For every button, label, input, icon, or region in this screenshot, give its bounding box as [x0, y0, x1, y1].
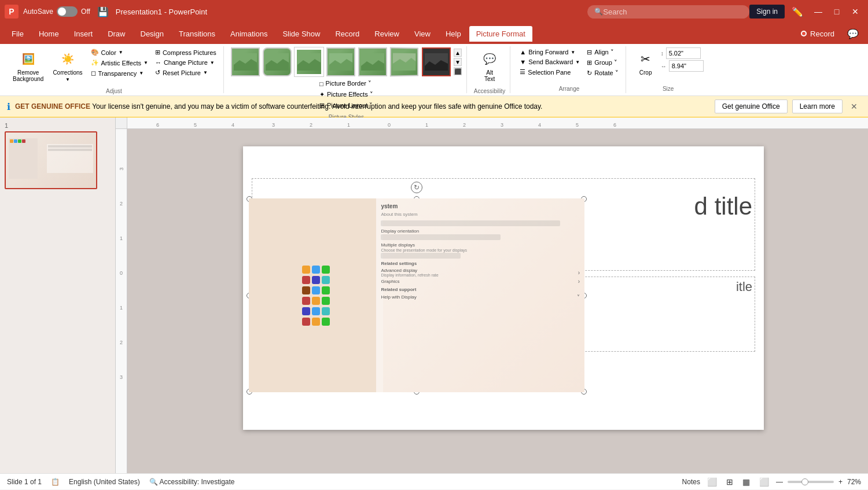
app-icon-green3 [322, 297, 330, 305]
ribbon-group-picture-styles: ▲ ▼ ⬛ □ Picture Border ˅ ✦ Picture Effec… [226, 46, 467, 93]
save-icon[interactable]: 💾 [97, 6, 109, 17]
system-title: ystem [381, 203, 580, 209]
adjust-col2: ⊞ Compress Pictures ↔ Change Picture ▼ ↺… [153, 47, 219, 78]
compress-icon: ⊞ [155, 49, 160, 56]
advanced-display-row: Advanced display Display information, re… [381, 268, 580, 277]
group-icon: ⊞ [587, 59, 592, 67]
comment-icon[interactable]: 💬 [843, 25, 863, 42]
group-button[interactable]: ⊞ Group ˅ [584, 58, 620, 68]
menu-transitions[interactable]: Transitions [172, 26, 222, 42]
transparency-button[interactable]: ◻ Transparency ▼ [89, 68, 150, 78]
alt-text-button[interactable]: 💬 Alt Text [476, 47, 503, 84]
slide-subtitle[interactable]: itle [736, 279, 752, 294]
menu-help[interactable]: Help [439, 26, 468, 42]
pen-icon[interactable]: ✏️ [787, 4, 808, 20]
menu-record[interactable]: Record [328, 26, 366, 42]
accessibility-label[interactable]: 🔍 Accessibility: Investigate [149, 478, 235, 486]
search-icon: 🔍 [594, 8, 603, 16]
ribbon-group-adjust: 🖼️ Remove Background ☀️ Corrections ▼ 🎨 … [5, 46, 224, 93]
menu-design[interactable]: Design [134, 26, 171, 42]
crop-icon: ✂ [637, 50, 655, 68]
picture-style-5[interactable] [358, 47, 387, 76]
slide-number-label: 1 [5, 122, 111, 129]
app-icon-green4 [322, 318, 330, 326]
reading-view-button[interactable]: ▦ [740, 476, 752, 488]
autosave-toggle[interactable] [57, 6, 78, 17]
menu-review[interactable]: Review [367, 26, 406, 42]
close-button[interactable]: ✕ [847, 3, 863, 20]
menu-view[interactable]: View [407, 26, 437, 42]
notes-button[interactable]: Notes [682, 478, 700, 486]
picture-style-1[interactable] [231, 47, 260, 76]
color-button[interactable]: 🎨 Color ▼ [89, 47, 150, 57]
license-close-button[interactable]: ✕ [847, 101, 861, 112]
menu-picture-format[interactable]: Picture Format [469, 26, 532, 42]
slide-title[interactable]: d title [694, 193, 752, 220]
gallery-down-arrow[interactable]: ▼ [454, 58, 462, 66]
compress-button[interactable]: ⊞ Compress Pictures [153, 47, 219, 57]
app-icon-red [302, 276, 310, 284]
menu-slideshow[interactable]: Slide Show [275, 26, 327, 42]
minimize-button[interactable]: — [810, 3, 826, 20]
status-bar: Slide 1 of 1 📋 English (United States) 🔍… [0, 473, 868, 489]
menu-animations[interactable]: Animations [223, 26, 274, 42]
slide-canvas[interactable]: d title itle ↻ [243, 146, 764, 430]
zoom-out-button[interactable]: — [776, 478, 783, 486]
gallery-up-arrow[interactable]: ▲ [454, 49, 462, 57]
bring-forward-button[interactable]: ▲ Bring Forward ▼ [517, 47, 582, 57]
picture-effects-icon: ✦ [319, 91, 325, 98]
menu-draw[interactable]: Draw [101, 26, 132, 42]
width-input[interactable] [666, 47, 701, 59]
slideshow-view-button[interactable]: ⬜ [757, 476, 771, 488]
align-button[interactable]: ⊟ Align ˅ [584, 47, 620, 57]
zoom-slider[interactable] [788, 481, 834, 483]
toggle-knob [58, 8, 66, 16]
app-icon-red3 [302, 318, 310, 326]
advanced-display-desc: Display information, refresh rate [381, 273, 438, 277]
app-icons-row-6 [302, 318, 330, 326]
crop-button[interactable]: ✂ Crop [633, 47, 659, 78]
change-picture-button[interactable]: ↔ Change Picture ▼ [153, 58, 219, 67]
size-top: ✂ Crop ↕ ↔ [633, 47, 704, 82]
search-bar[interactable]: 🔍 [587, 5, 749, 19]
corrections-button[interactable]: ☀️ Corrections ▼ [49, 47, 86, 84]
picture-border-button[interactable]: □ Picture Border ˅ [317, 79, 376, 89]
picture-effects-button[interactable]: ✦ Picture Effects ˅ [317, 90, 376, 100]
selected-image[interactable]: ↻ [249, 198, 584, 392]
sign-in-button[interactable]: Sign in [749, 5, 785, 19]
status-right: Notes ⬜ ⊞ ▦ ⬜ — + 72% [682, 476, 861, 488]
color-icon: 🎨 [91, 49, 99, 56]
get-genuine-office-button[interactable]: Get genuine Office [715, 100, 788, 113]
rotate-button[interactable]: ↻ Rotate ˅ [584, 68, 620, 78]
reset-picture-button[interactable]: ↺ Reset Picture ▼ [153, 68, 219, 78]
license-bold-text: GET GENUINE OFFICE [15, 102, 90, 110]
zoom-in-button[interactable]: + [838, 478, 843, 486]
record-button[interactable]: Record [794, 27, 841, 41]
image-right-panel: ystem About this system Display orientat… [376, 198, 584, 392]
multiple-display-desc: Choose the presentation mode for your di… [381, 248, 580, 252]
learn-more-button[interactable]: Learn more [792, 100, 843, 113]
picture-style-3[interactable] [295, 47, 323, 76]
normal-view-button[interactable]: ⬜ [705, 476, 719, 488]
help-display-label: Help with Display [381, 294, 416, 300]
height-input[interactable] [669, 60, 704, 72]
multiple-display-row: Multiple displays Choose the presentatio… [381, 242, 580, 259]
picture-style-6[interactable] [390, 47, 418, 76]
artistic-effects-button[interactable]: ✨ Artistic Effects ▼ [89, 58, 150, 68]
slide-thumbnail-1[interactable] [5, 131, 97, 189]
picture-style-2[interactable] [263, 47, 292, 76]
zoom-level[interactable]: 72% [847, 478, 861, 486]
slide-sorter-button[interactable]: ⊞ [724, 476, 735, 488]
menu-home[interactable]: Home [32, 26, 66, 42]
menu-file[interactable]: File [5, 26, 31, 42]
send-backward-button[interactable]: ▼ Send Backward ▼ [517, 57, 582, 67]
selection-pane-button[interactable]: ☰ Selection Pane [517, 67, 582, 77]
remove-background-button[interactable]: 🖼️ Remove Background [9, 47, 47, 84]
display-row: Display orientation [381, 229, 580, 240]
restore-button[interactable]: □ [829, 3, 845, 20]
search-input[interactable] [603, 8, 730, 16]
gallery-more-arrow[interactable]: ⬛ [454, 67, 462, 75]
picture-style-7[interactable] [422, 47, 451, 76]
picture-style-4[interactable] [326, 47, 355, 76]
menu-insert[interactable]: Insert [67, 26, 100, 42]
